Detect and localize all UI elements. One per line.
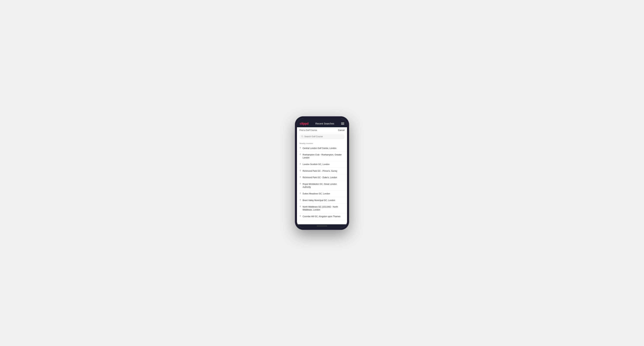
menu-icon[interactable] [341, 123, 344, 125]
phone-screen: clippd Recent Searches Find a Golf Cours… [297, 118, 347, 228]
course-name: Central London Golf Centre, London [302, 147, 336, 150]
course-list-item[interactable]: Royal Wimbledon GC, Great London Authori… [297, 181, 347, 190]
search-box [297, 133, 347, 141]
svg-point-9 [300, 200, 300, 200]
search-input-wrapper [300, 134, 344, 139]
course-list-item[interactable]: Roehampton Club - Roehampton, Greater Lo… [297, 152, 347, 161]
location-pin-icon [300, 170, 301, 172]
course-name: Roehampton Club - Roehampton, Greater Lo… [302, 153, 344, 159]
phone-frame: clippd Recent Searches Find a Golf Cours… [295, 116, 349, 230]
location-pin-icon [300, 163, 301, 166]
location-pin-icon [300, 192, 301, 195]
svg-line-1 [302, 137, 303, 137]
svg-point-8 [300, 193, 300, 193]
svg-point-2 [300, 147, 300, 148]
location-pin-icon [300, 176, 301, 179]
content-area: Find a Golf Course Cancel Nearby courses [297, 127, 347, 224]
course-list-item[interactable]: Brent Valley Municipal GC, London [297, 197, 347, 204]
home-bar [317, 226, 327, 226]
nearby-section: Nearby courses Central London Golf Centr… [297, 141, 347, 224]
svg-point-4 [300, 164, 300, 164]
cancel-button[interactable]: Cancel [338, 129, 344, 132]
location-pin-icon [300, 199, 301, 202]
svg-point-10 [300, 206, 300, 206]
svg-point-3 [300, 154, 300, 154]
course-name: Brent Valley Municipal GC, London [302, 199, 335, 202]
search-input[interactable] [304, 135, 343, 138]
location-pin-icon [300, 147, 301, 150]
status-bar [297, 118, 347, 121]
course-name: Coombe Hill GC, Kingston upon Thames [302, 215, 340, 218]
home-indicator [297, 224, 347, 228]
course-name: Richmond Park GC - Prince's, Surrey [302, 170, 337, 173]
search-icon [301, 135, 303, 138]
course-list-item[interactable]: Richmond Park GC - Duke's, London [297, 174, 347, 181]
course-name: Royal Wimbledon GC, Great London Authori… [302, 183, 344, 189]
app-header: clippd Recent Searches [297, 121, 347, 127]
app-logo: clippd [300, 122, 308, 126]
svg-point-7 [300, 183, 300, 184]
course-list-item[interactable]: Coombe Hill GC, Kingston upon Thames [297, 213, 347, 220]
location-pin-icon [300, 206, 301, 208]
location-pin-icon [300, 183, 301, 185]
course-name: Richmond Park GC - Duke's, London [302, 176, 337, 179]
course-name: North Middlesex GC (1011942 - North Midd… [302, 205, 344, 211]
nearby-label: Nearby courses [297, 141, 347, 145]
find-bar: Find a Golf Course Cancel [297, 127, 347, 133]
course-list-item[interactable]: North Middlesex GC (1011942 - North Midd… [297, 204, 347, 213]
svg-point-5 [300, 170, 300, 171]
course-list-item[interactable]: Richmond Park GC - Prince's, Surrey [297, 168, 347, 174]
header-title: Recent Searches [315, 122, 334, 125]
course-name: Dukes Meadows GC, London [302, 192, 330, 195]
course-name: London Scottish GC, London [302, 163, 330, 166]
location-pin-icon [300, 154, 301, 156]
course-list-item[interactable]: Dukes Meadows GC, London [297, 190, 347, 197]
svg-point-11 [300, 216, 300, 216]
location-pin-icon [300, 215, 301, 218]
courses-list: Central London Golf Centre, London Roeha… [297, 145, 347, 220]
course-list-item[interactable]: Central London Golf Centre, London [297, 145, 347, 152]
course-list-item[interactable]: London Scottish GC, London [297, 161, 347, 168]
find-label: Find a Golf Course [300, 129, 317, 132]
svg-point-6 [300, 177, 300, 177]
